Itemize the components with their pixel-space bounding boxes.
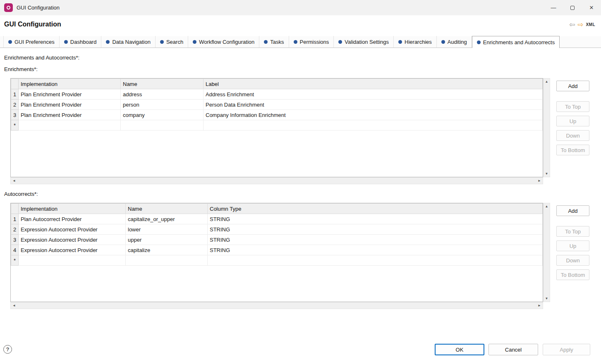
scroll-right-icon[interactable]: ► <box>536 178 543 184</box>
tab-dot-icon <box>338 40 342 44</box>
cell-name[interactable]: capitalize_or_upper <box>126 214 208 224</box>
table-new-row[interactable]: * <box>11 255 543 266</box>
vertical-scrollbar[interactable]: ▲ ▼ <box>543 78 550 177</box>
column-header-implementation[interactable]: Implementation <box>19 204 126 214</box>
cell-name[interactable]: capitalize <box>126 245 208 255</box>
table-row[interactable]: 3 Expression Autocorrect Provider upper … <box>11 235 543 245</box>
column-header-column-type[interactable]: Column Type <box>208 204 543 214</box>
cell-implementation[interactable]: Plan Enrichment Provider <box>19 100 121 110</box>
cell-label[interactable]: Person Data Enrichment <box>204 100 543 110</box>
vertical-scrollbar[interactable]: ▲ ▼ <box>543 203 550 302</box>
table-row[interactable]: 1 Plan Enrichment Provider address Addre… <box>11 89 543 100</box>
row-number: * <box>11 255 19 266</box>
tab-dashboard[interactable]: Dashboard <box>60 36 102 48</box>
scroll-down-icon[interactable]: ▼ <box>544 295 550 302</box>
enrichments-to-top-button[interactable]: To Top <box>556 101 589 112</box>
table-row[interactable]: 1 Plan Autocorrect Provider capitalize_o… <box>11 214 543 224</box>
row-number: 1 <box>11 214 19 224</box>
cell-column-type[interactable]: STRING <box>208 214 543 224</box>
horizontal-scrollbar[interactable]: ◄ ► <box>10 177 543 184</box>
scroll-up-icon[interactable]: ▲ <box>544 203 550 209</box>
tab-tasks[interactable]: Tasks <box>259 36 289 48</box>
autocorrects-up-button[interactable]: Up <box>556 240 589 251</box>
autocorrects-table-panel: Implementation Name Column Type 1 Plan A… <box>10 203 550 309</box>
back-arrow-icon[interactable]: ⇦ <box>569 21 575 28</box>
tab-search[interactable]: Search <box>156 36 188 48</box>
maximize-button[interactable] <box>563 0 582 15</box>
cell-name[interactable]: lower <box>126 224 208 235</box>
tab-dot-icon <box>106 40 110 44</box>
tab-label: Enrichments and Autocorrects <box>483 39 555 45</box>
column-header-name[interactable]: Name <box>126 204 208 214</box>
maximize-icon <box>570 6 575 10</box>
tab-hierarchies[interactable]: Hierarchies <box>394 36 437 48</box>
cell-column-type[interactable]: STRING <box>208 245 543 255</box>
cell-implementation[interactable] <box>19 255 126 266</box>
tab-gui-preferences[interactable]: GUI Preferences <box>3 36 60 48</box>
cell-implementation[interactable]: Plan Enrichment Provider <box>19 110 121 120</box>
table-row[interactable]: 3 Plan Enrichment Provider company Compa… <box>11 110 543 120</box>
cell-label[interactable]: Address Enrichment <box>204 89 543 100</box>
cancel-button[interactable]: Cancel <box>488 344 538 355</box>
table-row[interactable]: 4 Expression Autocorrect Provider capita… <box>11 245 543 255</box>
scroll-left-icon[interactable]: ◄ <box>11 178 17 184</box>
autocorrects-table: Implementation Name Column Type 1 Plan A… <box>10 203 543 302</box>
cell-name[interactable]: address <box>121 89 204 100</box>
cell-name[interactable]: person <box>121 100 204 110</box>
enrichments-up-button[interactable]: Up <box>556 116 589 126</box>
cell-column-type[interactable]: STRING <box>208 224 543 235</box>
tab-enrichments-and-autocorrects[interactable]: Enrichments and Autocorrects <box>472 36 560 48</box>
ok-button[interactable]: OK <box>435 344 484 355</box>
cell-label[interactable]: Company Information Enrichment <box>204 110 543 120</box>
tab-auditing[interactable]: Auditing <box>437 36 472 48</box>
cell-column-type[interactable] <box>208 255 543 266</box>
tab-dot-icon <box>264 40 268 44</box>
autocorrects-to-bottom-button[interactable]: To Bottom <box>556 269 589 280</box>
cell-name[interactable]: company <box>121 110 204 120</box>
table-row[interactable]: 2 Plan Enrichment Provider person Person… <box>11 100 543 110</box>
autocorrects-add-button[interactable]: Add <box>556 205 589 216</box>
enrichments-add-button[interactable]: Add <box>556 81 589 91</box>
table-row[interactable]: 2 Expression Autocorrect Provider lower … <box>11 224 543 235</box>
help-button[interactable]: ? <box>3 345 12 354</box>
tab-validation-settings[interactable]: Validation Settings <box>334 36 394 48</box>
gui-configuration-window: GUI Configuration — ✕ GUI Configuration … <box>0 0 601 364</box>
cell-name[interactable]: upper <box>126 235 208 245</box>
xml-view-button[interactable]: XML <box>586 22 595 27</box>
cell-implementation[interactable]: Expression Autocorrect Provider <box>19 235 126 245</box>
close-button[interactable]: ✕ <box>582 0 601 15</box>
tab-dot-icon <box>477 40 481 44</box>
tab-permissions[interactable]: Permissions <box>289 36 334 48</box>
autocorrects-down-button[interactable]: Down <box>556 255 589 266</box>
forward-arrow-icon[interactable]: ⇨ <box>577 21 583 28</box>
cell-implementation[interactable]: Plan Autocorrect Provider <box>19 214 126 224</box>
tab-dot-icon <box>441 40 445 44</box>
scroll-left-icon[interactable]: ◄ <box>11 302 17 309</box>
column-header-implementation[interactable]: Implementation <box>19 79 121 89</box>
cell-name[interactable] <box>126 255 208 266</box>
enrichments-down-button[interactable]: Down <box>556 130 589 141</box>
scroll-right-icon[interactable]: ► <box>536 302 543 309</box>
section-label: Enrichments and Autocorrects*: <box>4 55 79 61</box>
tab-workflow-configuration[interactable]: Workflow Configuration <box>188 36 259 48</box>
apply-button[interactable]: Apply <box>543 344 590 355</box>
table-new-row[interactable]: * <box>11 120 543 131</box>
autocorrects-to-top-button[interactable]: To Top <box>556 226 589 237</box>
enrichments-to-bottom-button[interactable]: To Bottom <box>556 145 589 155</box>
column-header-label[interactable]: Label <box>204 79 543 89</box>
cell-label[interactable] <box>204 120 543 131</box>
cell-implementation[interactable]: Expression Autocorrect Provider <box>19 224 126 235</box>
cell-implementation[interactable] <box>19 120 121 131</box>
tab-data-navigation[interactable]: Data Navigation <box>101 36 156 48</box>
cell-column-type[interactable]: STRING <box>208 235 543 245</box>
minimize-button[interactable]: — <box>544 0 563 15</box>
cell-name[interactable] <box>121 120 204 131</box>
cell-implementation[interactable]: Expression Autocorrect Provider <box>19 245 126 255</box>
row-number: 3 <box>11 110 19 120</box>
window-controls: — ✕ <box>544 0 601 15</box>
scroll-up-icon[interactable]: ▲ <box>544 79 550 85</box>
scroll-down-icon[interactable]: ▼ <box>544 171 550 177</box>
column-header-name[interactable]: Name <box>121 79 204 89</box>
horizontal-scrollbar[interactable]: ◄ ► <box>10 302 543 309</box>
cell-implementation[interactable]: Plan Enrichment Provider <box>19 89 121 100</box>
